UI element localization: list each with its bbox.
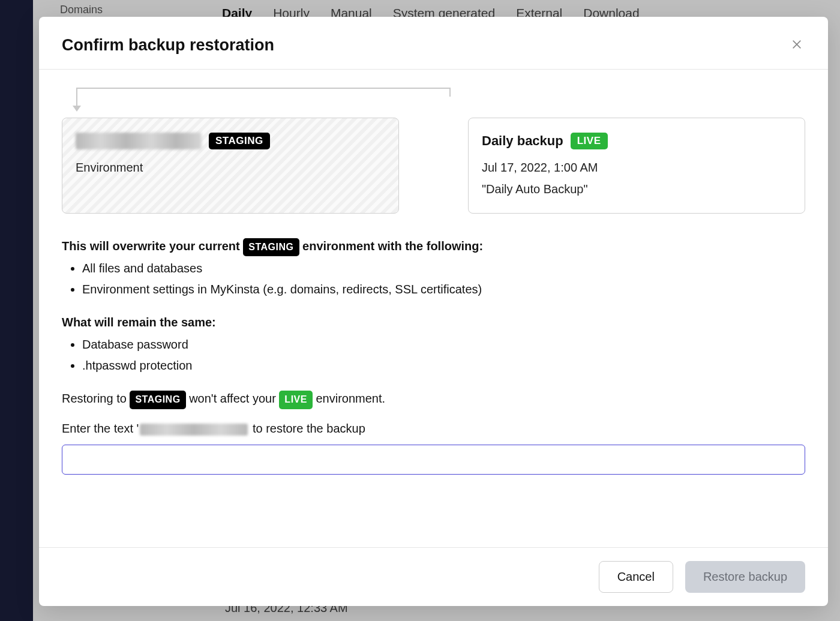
close-button[interactable]	[788, 36, 805, 55]
overwrite-list: All files and databases Environment sett…	[82, 259, 805, 299]
target-card-sublabel: Environment	[76, 158, 385, 177]
live-badge-inline: LIVE	[279, 391, 313, 409]
environment-cards-row: STAGING Environment Daily backup LIVE Ju…	[62, 118, 805, 214]
cancel-button[interactable]: Cancel	[599, 561, 673, 593]
modal-footer: Cancel Restore backup	[39, 547, 828, 606]
overwrite-item: Environment settings in MyKinsta (e.g. d…	[82, 280, 805, 299]
confirm-text-redacted	[140, 424, 248, 436]
confirm-text-input[interactable]	[62, 445, 805, 475]
flow-arrow	[73, 88, 451, 118]
target-environment-card: STAGING Environment	[62, 118, 399, 214]
source-card-backup-name: "Daily Auto Backup"	[482, 179, 791, 199]
staging-badge: STAGING	[209, 133, 270, 149]
arrow-down-icon	[73, 106, 81, 112]
remain-list: Database password .htpasswd protection	[82, 335, 805, 376]
target-site-name-redacted	[76, 133, 202, 149]
source-card-title: Daily backup	[482, 133, 563, 149]
live-badge: LIVE	[571, 133, 608, 149]
remain-item: .htpasswd protection	[82, 356, 805, 376]
source-backup-card: Daily backup LIVE Jul 17, 2022, 1:00 AM …	[468, 118, 805, 214]
remain-heading: What will remain the same:	[62, 313, 805, 332]
confirm-restore-modal: Confirm backup restoration STAGING Envir…	[39, 17, 828, 606]
confirm-input-label: Enter the text ' to restore the backup	[62, 419, 805, 439]
source-card-timestamp: Jul 17, 2022, 1:00 AM	[482, 158, 791, 177]
info-block: This will overwrite your current STAGING…	[62, 236, 805, 475]
restore-note: Restoring to STAGING won't affect your L…	[62, 389, 805, 409]
close-icon	[791, 38, 803, 50]
restore-backup-button[interactable]: Restore backup	[685, 561, 805, 593]
staging-badge-inline: STAGING	[130, 391, 185, 409]
modal-body: STAGING Environment Daily backup LIVE Ju…	[39, 70, 828, 547]
modal-title: Confirm backup restoration	[62, 36, 274, 55]
overwrite-item: All files and databases	[82, 259, 805, 278]
staging-badge-inline: STAGING	[243, 238, 299, 256]
overwrite-warning: This will overwrite your current STAGING…	[62, 236, 805, 256]
modal-header: Confirm backup restoration	[39, 17, 828, 70]
remain-item: Database password	[82, 335, 805, 355]
